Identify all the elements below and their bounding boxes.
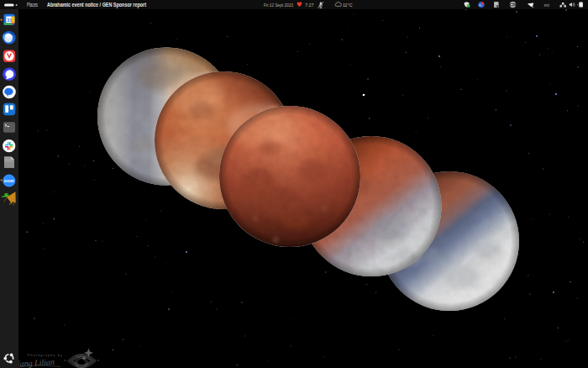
svg-text:zoom: zoom xyxy=(4,179,14,183)
svg-text:Fri 12 Sept 2023: Fri 12 Sept 2023 xyxy=(264,3,293,8)
svg-text:7:27: 7:27 xyxy=(305,3,314,8)
svg-text:Abrahamic event notice / GEN S: Abrahamic event notice / GEN Sponsor rep… xyxy=(47,2,147,8)
svg-text:11°C: 11°C xyxy=(343,3,353,8)
svg-text:Nang Lilian: Nang Lilian xyxy=(13,357,55,368)
svg-text:mi: mi xyxy=(544,3,550,8)
svg-text:31: 31 xyxy=(7,18,12,23)
svg-text:Places: Places xyxy=(27,2,38,8)
svg-text:Photography by: Photography by xyxy=(28,354,63,357)
